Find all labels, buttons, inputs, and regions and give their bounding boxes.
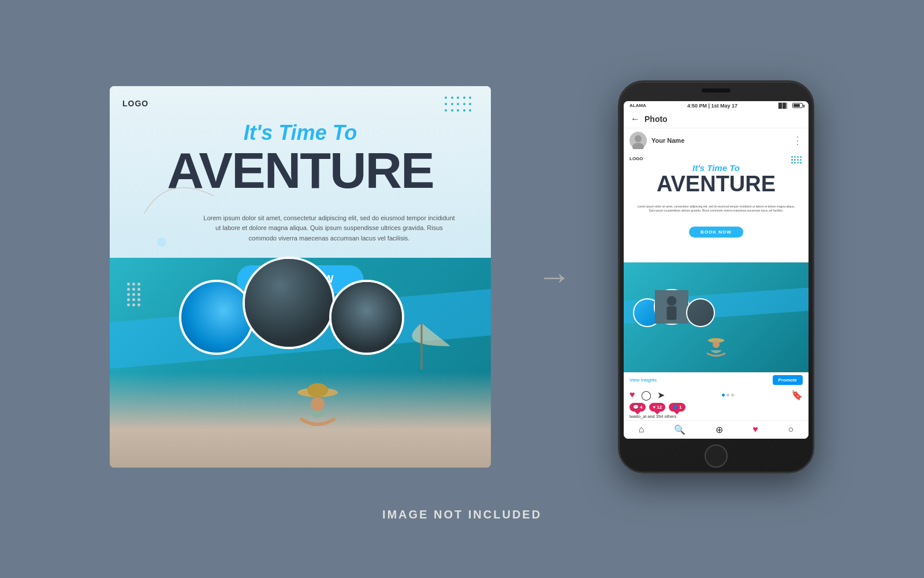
nav-title: Photo	[644, 114, 668, 124]
svg-point-15	[635, 135, 642, 142]
svg-rect-2	[245, 259, 333, 347]
dot-2	[726, 394, 729, 397]
circle-img-2	[243, 257, 335, 349]
likes-text: lwaito_al and 394 others	[624, 413, 808, 420]
mini-ad: LOGO It's Time To AVENTURE Lorem ipsum d…	[624, 153, 808, 372]
umbrella-scene	[387, 317, 456, 375]
followers-count: 1	[679, 405, 681, 410]
post-more-icon[interactable]: ⋮	[792, 135, 803, 146]
deco-circle-small	[156, 236, 167, 248]
comments-notification: 💬 4	[629, 403, 646, 412]
post-username: Your Name	[651, 137, 684, 144]
dot-1	[722, 394, 725, 397]
dot-3	[731, 394, 734, 397]
signal-icon: ▉▉▏	[778, 103, 791, 109]
svg-rect-7	[351, 314, 367, 336]
promote-button[interactable]: Promote	[773, 375, 803, 385]
nav-bar: ← Photo	[624, 110, 808, 128]
time-text: 4:50 PM | 1st May 17	[687, 103, 737, 109]
heart-nav-icon[interactable]: ♥	[752, 424, 758, 435]
svg-rect-19	[667, 306, 677, 320]
ad-card-headline: It's Time To AVENTURE	[110, 121, 491, 196]
ad-card-dots-top	[445, 97, 474, 114]
svg-point-8	[370, 301, 386, 317]
mini-book-now-button[interactable]: BOOK NOW	[689, 227, 743, 238]
avatar-img	[629, 132, 647, 149]
post-header: Your Name ⋮	[624, 128, 808, 153]
headline-aventure: AVENTURE	[110, 145, 491, 196]
post-icons-bar: ♥ ◯ ➤ 🔖	[624, 387, 808, 403]
phone-home-button[interactable]	[705, 444, 728, 468]
comments-count: 4	[640, 405, 642, 410]
mini-ad-desc: Lorem ipsum dolor sit amet, consectetur …	[635, 205, 797, 213]
avatar	[629, 132, 647, 149]
mini-person-silhouette	[655, 290, 688, 324]
likes-count: 12	[657, 405, 662, 410]
dot-indicators	[722, 394, 734, 397]
svg-point-6	[351, 298, 367, 314]
svg-point-1	[157, 238, 166, 247]
bottom-label-text: IMAGE NOT INCLUDED	[382, 508, 542, 521]
status-bar: ALAMA 4:50 PM | 1st May 17 ▉▉▏	[624, 101, 808, 110]
phone-wrapper: ALAMA 4:50 PM | 1st May 17 ▉▉▏ ← Photo	[618, 80, 814, 473]
phone-speaker	[702, 88, 731, 92]
svg-point-12	[311, 397, 325, 411]
phone-nav-bar: ⌂ 🔍 ⊕ ♥ ○	[624, 420, 808, 439]
bottom-label: IMAGE NOT INCLUDED	[382, 508, 542, 521]
comment-icon[interactable]: ◯	[641, 390, 651, 401]
share-icon[interactable]: ➤	[657, 390, 665, 401]
person-silhouette-circle	[245, 259, 333, 347]
view-insights-link[interactable]: View Insights	[629, 377, 657, 383]
back-button[interactable]: ←	[631, 114, 640, 124]
profile-nav-icon[interactable]: ○	[788, 424, 793, 435]
person-in-pool	[283, 375, 352, 456]
svg-rect-9	[370, 317, 386, 339]
svg-point-21	[713, 341, 720, 348]
mini-person-pool	[699, 332, 733, 366]
svg-point-18	[667, 296, 677, 306]
mini-ad-headline: It's Time To AVENTURE	[624, 163, 808, 195]
like-icon[interactable]: ♥	[629, 390, 635, 400]
circles-container	[167, 251, 398, 355]
mini-headline-av: AVENTURE	[624, 173, 808, 195]
notifications-row: 💬 4 ♥ 12 👤 1	[624, 403, 808, 413]
ad-card-desc: Lorem ipsum dolor sit amet, consectetur …	[202, 213, 456, 244]
ad-card: LOGO It's Time To AVENTURE	[110, 86, 491, 468]
mini-circle-2	[654, 289, 690, 325]
status-icons: ▉▉▏	[778, 103, 803, 109]
add-nav-icon[interactable]: ⊕	[716, 424, 723, 435]
ad-card-dots-left	[127, 283, 140, 306]
svg-point-11	[307, 383, 328, 397]
battery-icon	[792, 103, 803, 108]
main-container: LOGO It's Time To AVENTURE	[0, 57, 924, 497]
mini-circle-3	[686, 298, 715, 327]
comment-notif-icon: 💬	[633, 405, 639, 410]
followers-notification: 👤 1	[669, 403, 685, 412]
post-actions-bar: View Insights Promote	[624, 372, 808, 387]
svg-rect-4	[278, 297, 300, 325]
circle-img-1	[179, 280, 254, 355]
phone-screen: ALAMA 4:50 PM | 1st May 17 ▉▉▏ ← Photo	[624, 101, 808, 439]
arrow-container: →	[537, 257, 572, 297]
like-notif-icon: ♥	[653, 405, 655, 410]
home-nav-icon[interactable]: ⌂	[639, 424, 644, 435]
search-nav-icon[interactable]: 🔍	[674, 424, 685, 435]
follow-notif-icon: 👤	[672, 405, 678, 410]
carrier-text: ALAMA	[629, 103, 646, 108]
mini-ad-logo: LOGO	[629, 156, 643, 161]
likes-notification: ♥ 12	[649, 403, 665, 412]
post-header-left: Your Name	[629, 132, 684, 149]
arrow-icon: →	[537, 257, 572, 297]
mini-headline-its: It's Time To	[624, 163, 808, 173]
bookmark-icon[interactable]: 🔖	[791, 390, 803, 401]
ad-card-logo: LOGO	[122, 99, 148, 108]
svg-point-3	[278, 275, 300, 297]
